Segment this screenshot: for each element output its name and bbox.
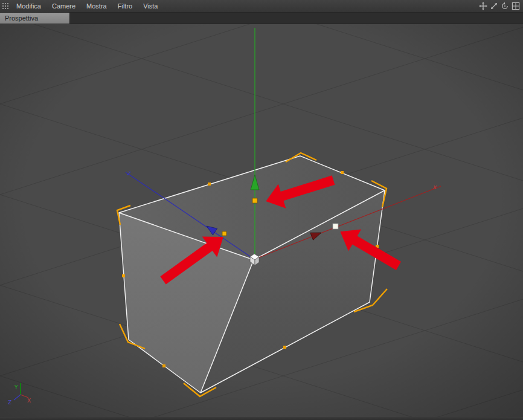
- grid-dots-icon: [2, 3, 9, 10]
- z-axis-handle[interactable]: [222, 231, 226, 236]
- y-axis-handle[interactable]: [252, 198, 257, 203]
- application-window: Modifica Camere Mostra Filtro Vista: [0, 0, 523, 420]
- view-controls: [478, 2, 523, 11]
- pan-icon[interactable]: [478, 2, 487, 11]
- indicator-x-label: X: [27, 398, 31, 404]
- menu-mostra[interactable]: Mostra: [81, 1, 112, 11]
- viewport-tab-bar: Prospettiva: [0, 13, 523, 24]
- menu-modifica[interactable]: Modifica: [11, 1, 47, 11]
- viewport-3d[interactable]: z x: [0, 24, 523, 417]
- menu-grip-icon[interactable]: [0, 0, 11, 12]
- rotate-icon[interactable]: [500, 2, 509, 11]
- indicator-z-label: Z: [8, 399, 11, 405]
- menu-filtro[interactable]: Filtro: [112, 1, 138, 11]
- x-axis-handle-active[interactable]: [333, 224, 338, 229]
- menu-camere[interactable]: Camere: [47, 1, 81, 11]
- viewport-scene: z x: [0, 24, 523, 417]
- maximize-icon[interactable]: [511, 2, 520, 11]
- indicator-y-label: Y: [14, 384, 18, 390]
- menu-bar: Modifica Camere Mostra Filtro Vista: [0, 0, 523, 13]
- viewport-tab-prospettiva[interactable]: Prospettiva: [0, 13, 70, 24]
- window-bottom-edge: [0, 417, 523, 420]
- menu-vista[interactable]: Vista: [138, 1, 163, 11]
- zoom-icon[interactable]: [489, 2, 498, 11]
